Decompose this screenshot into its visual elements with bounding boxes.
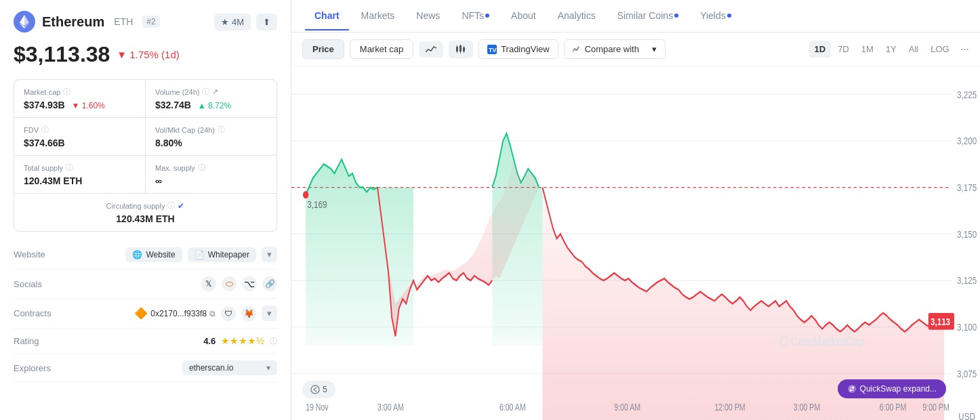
tradingview-button[interactable]: TV TradingView xyxy=(478,39,558,59)
time-1m[interactable]: 1M xyxy=(856,41,879,58)
max-supply-label: Max. supply ⓘ xyxy=(155,163,267,173)
contracts-label: Contracts xyxy=(14,308,88,318)
main-price: $3,113.38 xyxy=(14,42,110,67)
rewind-button[interactable]: 5 xyxy=(302,381,335,398)
right-panel: Chart Markets News NFTs About Analytics … xyxy=(291,0,980,420)
line-chart-icon-btn[interactable] xyxy=(419,41,443,58)
left-panel: Ethereum ETH #2 ★ 4M ⬆ $3,113.38 ▼ 1.75%… xyxy=(0,0,291,420)
explorers-row: Explorers etherscan.io ▾ xyxy=(14,354,277,383)
chart-toolbar: Price Market cap TV TradingView Co xyxy=(291,33,980,66)
tab-news[interactable]: News xyxy=(407,2,449,30)
tab-about[interactable]: About xyxy=(502,2,546,30)
shield-icon[interactable]: 🛡 xyxy=(221,306,236,321)
rating-number: 4.6 xyxy=(203,336,216,346)
whitepaper-button[interactable]: 📄 Whitepaper xyxy=(188,247,256,262)
info-icon3: ⓘ xyxy=(41,125,49,135)
chevron-down-icon2: ▾ xyxy=(652,44,657,54)
time-7d[interactable]: 7D xyxy=(832,41,855,58)
explorers-label: Explorers xyxy=(14,363,88,373)
quickswap-button[interactable]: QuickSwap expand... xyxy=(838,379,946,398)
time-log[interactable]: LOG xyxy=(925,41,954,58)
svg-rect-9 xyxy=(463,47,465,51)
coin-actions: ★ 4M ⬆ xyxy=(214,14,277,30)
fox-icon[interactable]: 🦊 xyxy=(241,306,256,321)
top-nav: Chart Markets News NFTs About Analytics … xyxy=(291,0,980,33)
twitter-button[interactable]: 𝕏 xyxy=(201,276,216,291)
more-contracts-button[interactable]: ▾ xyxy=(262,306,277,321)
reddit-button[interactable]: ⬭ xyxy=(222,276,237,291)
fdv-value: $374.66B xyxy=(24,138,136,148)
svg-point-52 xyxy=(311,385,319,394)
share-icon: ⬆ xyxy=(263,17,270,27)
max-supply-cell: Max. supply ⓘ ∞ xyxy=(146,156,277,193)
website-label: Website xyxy=(14,249,88,259)
volume-cell: Volume (24h) ⓘ ↗ $32.74B ▲ 8.72% xyxy=(146,80,277,117)
github-button[interactable]: ⌥ xyxy=(242,276,257,291)
svg-text:3,225: 3,225 xyxy=(957,89,977,100)
chevron-down-icon: ▾ xyxy=(266,363,270,373)
socials-value: 𝕏 ⬭ ⌥ 🔗 xyxy=(88,276,277,291)
yields-dot xyxy=(727,14,731,18)
svg-rect-8 xyxy=(460,45,462,51)
compare-icon xyxy=(573,45,581,54)
star-icon: ★ xyxy=(221,17,229,27)
svg-point-53 xyxy=(848,385,856,393)
candle-chart-icon-btn[interactable] xyxy=(449,41,473,58)
total-supply-value: 120.43M ETH xyxy=(24,175,136,186)
eth-logo xyxy=(14,11,35,33)
svg-text:6:00 PM: 6:00 PM xyxy=(880,402,906,413)
svg-text:3,200: 3,200 xyxy=(957,135,977,147)
tab-analytics[interactable]: Analytics xyxy=(548,2,605,30)
max-supply-value: ∞ xyxy=(155,175,267,186)
svg-text:19 Nov: 19 Nov xyxy=(306,402,329,413)
candle-chart-icon xyxy=(455,45,466,54)
socials-label: Socials xyxy=(14,279,88,289)
share-button[interactable]: ⬆ xyxy=(256,14,277,30)
watchlist-button[interactable]: ★ 4M xyxy=(214,14,251,30)
tab-markets[interactable]: Markets xyxy=(352,2,405,30)
stats-grid: Market cap ⓘ $374.93B ▼ 1.60% Volume (24… xyxy=(14,79,277,232)
svg-text:3,100: 3,100 xyxy=(957,322,977,333)
tab-yields[interactable]: Yields xyxy=(691,2,741,30)
nfts-dot xyxy=(485,14,489,18)
more-links-button[interactable]: ▾ xyxy=(262,247,277,262)
svg-text:3,150: 3,150 xyxy=(957,228,977,240)
time-1d[interactable]: 1D xyxy=(809,41,832,58)
website-button[interactable]: 🌐 Website xyxy=(125,247,182,262)
coin-rank: #2 xyxy=(142,16,159,28)
svg-text:⬡ CoinMarketCap: ⬡ CoinMarketCap xyxy=(779,333,865,348)
website-row: Website 🌐 Website 📄 Whitepaper ▾ xyxy=(14,240,277,270)
market-cap-button[interactable]: Market cap xyxy=(350,39,413,59)
total-supply-cell: Total supply ⓘ 120.43M ETH xyxy=(14,156,145,193)
svg-text:3:00 PM: 3:00 PM xyxy=(794,402,820,413)
globe-icon: 🌐 xyxy=(132,250,142,259)
svg-text:12:00 PM: 12:00 PM xyxy=(714,402,745,413)
compare-with-button[interactable]: Compare with ▾ xyxy=(564,39,666,59)
time-all[interactable]: All xyxy=(903,41,924,58)
svg-text:USD: USD xyxy=(958,411,975,420)
circ-supply-label: Circulating supply ⓘ ✔ xyxy=(24,201,267,211)
copy-icon[interactable]: ⧉ xyxy=(209,309,216,318)
link-button[interactable]: 🔗 xyxy=(262,276,277,291)
contracts-row: Contracts 🔶 0x2170...f933f8 ⧉ 🛡 🦊 ▾ xyxy=(14,299,277,329)
vol-mkt-label: Vol/Mkt Cap (24h) ⓘ xyxy=(155,125,267,135)
similar-dot xyxy=(674,14,678,18)
socials-row: Socials 𝕏 ⬭ ⌥ 🔗 xyxy=(14,270,277,299)
chart-more-button[interactable]: ··· xyxy=(960,43,969,56)
contracts-value: 🔶 0x2170...f933f8 ⧉ 🛡 🦊 ▾ xyxy=(88,306,277,321)
vol-mkt-cell: Vol/Mkt Cap (24h) ⓘ 8.80% xyxy=(146,118,277,155)
svg-text:3,169: 3,169 xyxy=(307,198,327,210)
time-1y[interactable]: 1Y xyxy=(880,41,902,58)
tab-similar-coins[interactable]: Similar Coins xyxy=(608,2,688,30)
svg-point-39 xyxy=(303,191,308,198)
line-chart-icon xyxy=(426,45,436,54)
market-cap-label: Market cap ⓘ xyxy=(24,87,136,97)
tab-chart[interactable]: Chart xyxy=(305,2,349,30)
rating-stars: ★★★★½ xyxy=(221,335,264,346)
chart-area: 3,225 3,200 3,175 3,150 3,125 3,100 3,07… xyxy=(291,66,980,420)
price-button[interactable]: Price xyxy=(302,39,344,59)
tab-nfts[interactable]: NFTs xyxy=(452,2,499,30)
website-value: 🌐 Website 📄 Whitepaper ▾ xyxy=(88,247,277,262)
etherscan-button[interactable]: etherscan.io ▾ xyxy=(182,360,277,375)
fdv-cell: FDV ⓘ $374.66B xyxy=(14,118,145,155)
